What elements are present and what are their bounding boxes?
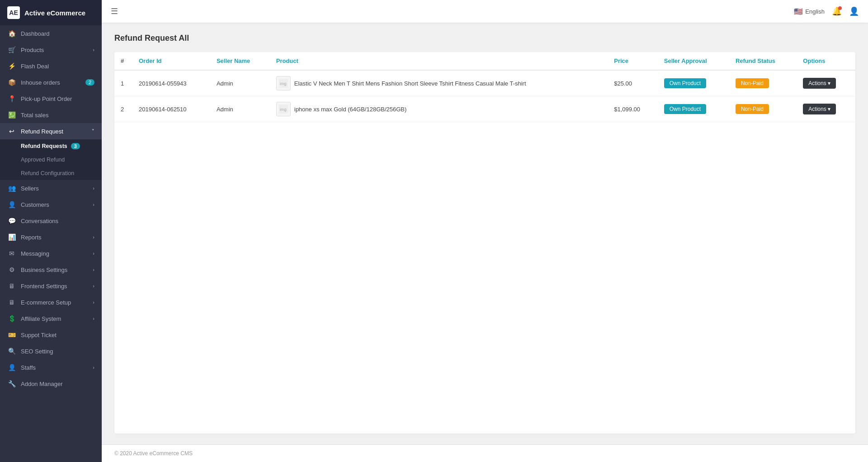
customers-icon: 👤 — [7, 201, 16, 208]
sidebar-item-customers[interactable]: 👤 Customers › — [0, 196, 102, 213]
sidebar-sub-refund-requests[interactable]: Refund Requests 3 — [0, 139, 102, 153]
sidebar-item-flash-deal[interactable]: ⚡ Flash Deal — [0, 58, 102, 74]
refund-request-icon: ↩ — [7, 128, 16, 135]
row2-actions-button[interactable]: Actions ▾ — [803, 104, 836, 114]
affiliate-system-arrow-icon: › — [93, 316, 94, 321]
col-seller-name: Seller Name — [210, 52, 270, 70]
sidebar-item-business-settings[interactable]: ⚙ Business Settings › — [0, 262, 102, 278]
sidebar-label-total-sales: Total sales — [21, 112, 48, 119]
conversations-icon: 💬 — [7, 217, 16, 224]
col-num: # — [114, 52, 132, 70]
sidebar-label-seo-setting: SEO Setting — [21, 348, 53, 355]
language-label: English — [805, 8, 825, 15]
inhouse-orders-badge: 2 — [85, 79, 94, 86]
sidebar-label-addon-manager: Addon Manager — [21, 381, 63, 387]
svg-text:img: img — [280, 81, 287, 86]
sidebar: AE Active eCommerce 🏠 Dashboard 🛒 Produc… — [0, 0, 102, 462]
sidebar-item-inhouse-orders[interactable]: 📦 Inhouse orders 2 — [0, 74, 102, 90]
row2-product-name: iphone xs max Gold (64GB/128GB/256GB) — [294, 106, 407, 113]
sidebar-item-total-sales[interactable]: 💹 Total sales — [0, 107, 102, 123]
sidebar-label-business-settings: Business Settings — [21, 267, 67, 273]
sidebar-label-products: Products — [21, 47, 44, 53]
sidebar-item-pickup[interactable]: 📍 Pick-up Point Order — [0, 90, 102, 107]
sidebar-item-dashboard[interactable]: 🏠 Dashboard — [0, 25, 102, 42]
support-ticket-icon: 🎫 — [7, 331, 16, 338]
row2-seller-approval: Own Product — [658, 96, 729, 122]
col-price: Price — [608, 52, 657, 70]
brand[interactable]: AE Active eCommerce — [0, 0, 102, 25]
row1-options: Actions ▾ — [797, 70, 855, 96]
refund-table-card: # Order Id Seller Name Product Price Sel… — [114, 52, 855, 433]
total-sales-icon: 💹 — [7, 111, 16, 119]
sidebar-item-staffs[interactable]: 👤 Staffs › — [0, 359, 102, 376]
row2-num: 2 — [114, 96, 132, 122]
sidebar-item-reports[interactable]: 📊 Reports › — [0, 229, 102, 245]
sidebar-label-dashboard: Dashboard — [21, 30, 50, 37]
ecommerce-setup-arrow-icon: › — [93, 300, 94, 305]
language-selector[interactable]: 🇺🇸 English — [794, 7, 825, 16]
dashboard-icon: 🏠 — [7, 30, 16, 37]
sellers-icon: 👥 — [7, 185, 16, 192]
sidebar-label-affiliate-system: Affiliate System — [21, 315, 61, 322]
row1-num: 1 — [114, 70, 132, 96]
row1-actions-button[interactable]: Actions ▾ — [803, 78, 836, 89]
row1-product-name: Elastic V Neck Men T Shirt Mens Fashion … — [294, 80, 526, 87]
reports-icon: 📊 — [7, 233, 16, 241]
row2-refund-status: Non-Paid — [729, 96, 797, 122]
sidebar-item-addon-manager[interactable]: 🔧 Addon Manager — [0, 376, 102, 392]
row1-order-id: 20190614-055943 — [132, 70, 210, 96]
products-icon: 🛒 — [7, 46, 16, 53]
seo-setting-icon: 🔍 — [7, 348, 16, 355]
col-product: Product — [270, 52, 608, 70]
main-area: ☰ 🇺🇸 English 🔔 👤 Refund Request All # Or… — [102, 0, 868, 462]
sidebar-label-ecommerce-setup: E-commerce Setup — [21, 299, 71, 306]
sidebar-label-flash-deal: Flash Deal — [21, 63, 49, 70]
page-title: Refund Request All — [114, 33, 855, 43]
col-seller-approval: Seller Approval — [658, 52, 729, 70]
ecommerce-setup-icon: 🖥 — [7, 299, 16, 306]
sidebar-item-refund-request[interactable]: ↩ Refund Request ˅ — [0, 123, 102, 139]
sidebar-item-conversations[interactable]: 💬 Conversations — [0, 213, 102, 229]
sidebar-item-affiliate-system[interactable]: 💲 Affiliate System › — [0, 310, 102, 327]
sidebar-item-products[interactable]: 🛒 Products › — [0, 42, 102, 58]
reports-arrow-icon: › — [93, 234, 94, 240]
row1-refund-status: Non-Paid — [729, 70, 797, 96]
row2-status-badge: Non-Paid — [736, 104, 769, 114]
business-settings-arrow-icon: › — [93, 267, 94, 272]
flash-deal-icon: ⚡ — [7, 62, 16, 70]
row1-status-badge: Non-Paid — [736, 78, 769, 88]
sellers-arrow-icon: › — [93, 186, 94, 191]
topbar: ☰ 🇺🇸 English 🔔 👤 — [102, 0, 868, 23]
refund-table: # Order Id Seller Name Product Price Sel… — [114, 52, 855, 122]
brand-icon: AE — [7, 6, 20, 19]
sidebar-item-sellers[interactable]: 👥 Sellers › — [0, 180, 102, 196]
staffs-icon: 👤 — [7, 364, 16, 371]
col-order-id: Order Id — [132, 52, 210, 70]
sidebar-item-messaging[interactable]: ✉ Messaging › — [0, 245, 102, 262]
row2-product-image: img — [276, 102, 291, 116]
sidebar-label-customers: Customers — [21, 201, 49, 208]
svg-text:img: img — [280, 107, 287, 112]
messaging-arrow-icon: › — [93, 251, 94, 256]
sidebar-item-support-ticket[interactable]: 🎫 Suppot Ticket — [0, 327, 102, 343]
col-options: Options — [797, 52, 855, 70]
messaging-icon: ✉ — [7, 250, 16, 257]
row1-seller-name: Admin — [210, 70, 270, 96]
affiliate-system-icon: 💲 — [7, 315, 16, 322]
sidebar-sub-approved-refund[interactable]: Approved Refund — [0, 153, 102, 167]
notification-bell-button[interactable]: 🔔 — [832, 6, 842, 16]
sidebar-item-ecommerce-setup[interactable]: 🖥 E-commerce Setup › — [0, 294, 102, 310]
user-profile-button[interactable]: 👤 — [849, 6, 859, 16]
row2-seller-name: Admin — [210, 96, 270, 122]
row2-product: img iphone xs max Gold (64GB/128GB/256GB… — [270, 96, 608, 122]
row1-seller-approval: Own Product — [658, 70, 729, 96]
frontend-settings-arrow-icon: › — [93, 283, 94, 289]
sidebar-sub-refund-config[interactable]: Refund Configuration — [0, 167, 102, 180]
footer-copyright: © 2020 Active eCommerce CMS — [114, 450, 193, 457]
sidebar-item-frontend-settings[interactable]: 🖥 Frontend Settings › — [0, 278, 102, 294]
hamburger-button[interactable]: ☰ — [111, 6, 118, 16]
refund-config-label: Refund Configuration — [21, 170, 74, 176]
flag-icon: 🇺🇸 — [794, 7, 803, 16]
sidebar-label-staffs: Staffs — [21, 364, 36, 371]
sidebar-item-seo-setting[interactable]: 🔍 SEO Setting — [0, 343, 102, 359]
